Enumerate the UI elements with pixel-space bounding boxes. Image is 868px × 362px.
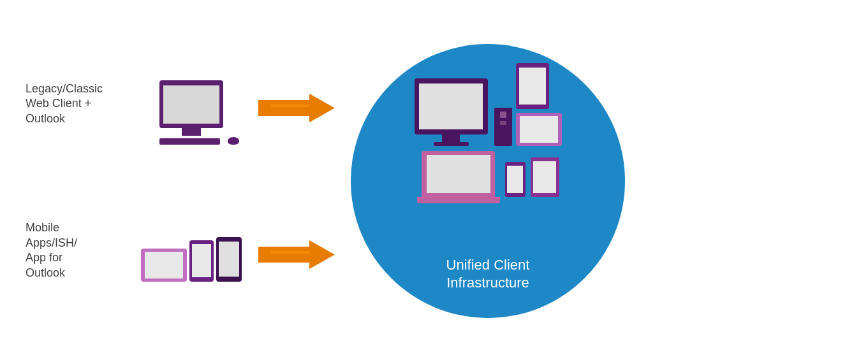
unified-client-circle: Unified Client Infrastructure	[351, 44, 625, 318]
mobile-devices-group	[141, 237, 242, 282]
circle-desktop-group	[415, 78, 488, 146]
arrow-bottom	[258, 237, 335, 272]
phone-dark-icon	[216, 237, 242, 282]
circle-tablet-landscape2-screen	[520, 116, 558, 143]
svg-marker-0	[258, 94, 335, 122]
tablet-landscape-screen	[145, 252, 183, 279]
phone-dark-screen	[219, 242, 239, 277]
monitor-screen	[163, 85, 219, 124]
arrows-column	[255, 34, 338, 328]
circle-tablet-portrait	[516, 63, 549, 109]
laptop-screen-inner	[427, 155, 490, 193]
phone-tall-screen	[192, 244, 211, 277]
tower-button2	[500, 121, 506, 125]
monitor-stand	[182, 128, 201, 136]
circle-devices	[351, 57, 625, 263]
label-top: Legacy/ClassicWeb Client +Outlook	[26, 82, 121, 126]
circle-tablet-port2	[531, 157, 559, 197]
circle-tablet-landscape2	[516, 113, 562, 146]
desktop-computer-icon	[159, 80, 223, 145]
monitor-body	[159, 80, 223, 128]
circle-monitor-big-screen	[419, 83, 483, 129]
circle-bottom-row	[417, 151, 559, 203]
diagram-container: Legacy/ClassicWeb Client +Outlook Mobile…	[0, 0, 868, 362]
circle-top-row	[415, 63, 562, 146]
arrow-top	[258, 90, 335, 126]
circle-monitor-big	[415, 78, 488, 134]
svg-marker-2	[258, 240, 335, 269]
tablet-landscape-icon	[141, 249, 187, 282]
circle-phone-small-screen	[507, 166, 523, 193]
circle-monitor-stand	[442, 134, 460, 142]
devices-column	[128, 34, 255, 328]
keyboard	[159, 138, 220, 145]
phone-tall-icon	[189, 240, 214, 282]
svg-rect-3	[271, 251, 309, 254]
circle-line1: Unified Client	[446, 257, 530, 273]
svg-rect-1	[271, 105, 309, 107]
circle-monitor-base	[434, 142, 469, 146]
label-bottom: MobileApps/ISH/App forOutlook	[26, 221, 121, 280]
circle-phone-small	[505, 162, 526, 197]
mouse	[228, 137, 239, 145]
circle-label: Unified Client Infrastructure	[446, 256, 530, 293]
circle-right-col	[516, 63, 562, 146]
circle-tablet-port2-screen	[533, 161, 556, 193]
circle-tablet-portrait-screen	[519, 68, 546, 105]
laptop-screen-part	[422, 151, 495, 197]
circle-line2: Infrastructure	[446, 275, 529, 291]
labels-column: Legacy/ClassicWeb Client +Outlook Mobile…	[26, 34, 128, 328]
circle-tower	[494, 108, 512, 146]
laptop-base-part	[417, 197, 500, 203]
circle-laptop	[417, 151, 500, 203]
tower-button1	[500, 112, 506, 118]
